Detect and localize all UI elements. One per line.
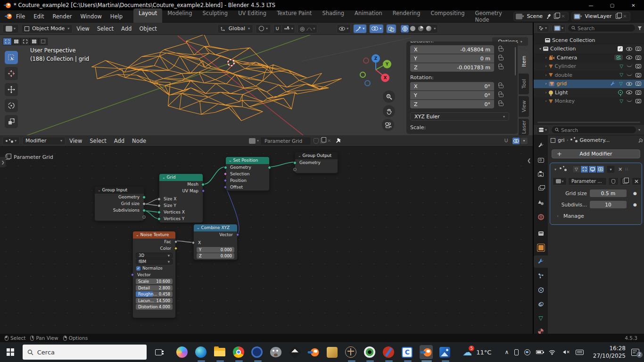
tab-layout[interactable]: Layout [133,8,162,25]
node-group-output-header[interactable]: ⌄ Group Output [295,152,338,159]
noise-type-dropdown[interactable]: fBM▾ [136,259,173,264]
tab-modifiers[interactable] [534,255,548,268]
minimize-button[interactable]: — [580,0,602,10]
select-mode-intersect[interactable] [39,38,48,45]
rotation-mode-dropdown[interactable]: XYZ Euler▾ [410,112,509,121]
pin-icon[interactable] [547,14,551,18]
toggle-realtime[interactable] [588,165,596,173]
editor-type-button[interactable]: ▾ [2,24,19,33]
select-mode-set[interactable] [3,38,12,45]
outliner-row-cylinder[interactable]: › ▼ Cylinder ▽ [534,62,644,71]
pivot-point-dropdown[interactable]: ▾ [256,24,271,33]
blender-menu-icon[interactable] [5,14,12,19]
render-visibility-icon[interactable] [636,73,641,77]
select-mode-extend[interactable] [12,38,21,45]
snap-increment-icon[interactable] [284,26,290,31]
modifier-drag-handle[interactable]: ⁞⁞ [625,167,628,172]
gizmo-axis-y-neg[interactable] [360,72,366,78]
taskbar-search[interactable]: Cerca [23,345,147,360]
shading-solid-button[interactable] [409,25,417,33]
gold-app-icon[interactable] [326,345,339,359]
menu-edit[interactable]: Edit [29,13,48,20]
lock-location-z-icon[interactable] [499,66,504,69]
light-data-icon[interactable] [618,90,623,95]
vp-menu-view[interactable]: View [73,25,93,32]
inkscape-icon[interactable] [288,345,301,359]
subdivisions-animate-dot[interactable]: ● [633,202,637,207]
grid-size-animate-dot[interactable]: ● [633,191,637,196]
render-visibility-icon[interactable] [636,47,641,51]
outliner-scrollbar[interactable] [537,122,640,123]
socket-row-size-x[interactable]: Size X [159,196,203,202]
copy-node-group-icon[interactable] [320,138,325,143]
tab-tool[interactable] [534,139,548,151]
socket-row-sp-position[interactable]: Position [226,177,269,184]
file-explorer-icon[interactable] [213,345,226,359]
gizmo-axis-z[interactable]: Z [372,54,380,63]
outliner-display-mode-button[interactable]: ▾ [552,24,566,33]
camera-view-button[interactable] [382,119,394,131]
tab-view-layer[interactable] [534,182,548,195]
tab-object[interactable] [534,241,548,254]
tab-world[interactable] [534,211,548,223]
tray-device-icon[interactable] [514,349,519,355]
node-combine-header[interactable]: ⌄ Combine XYZ [194,224,237,231]
noise-scale-slider[interactable]: Scale10.600 [136,279,173,284]
render-visibility-icon[interactable] [636,90,641,95]
red-blue-tool-icon[interactable] [382,345,395,359]
ne-menu-node[interactable]: Node [128,138,150,144]
toggle-render[interactable] [596,165,604,173]
tab-geometry-nodes[interactable]: Geometry Node [470,8,511,25]
socket-row-vertices-x[interactable]: Vertices X [159,209,203,215]
socket-row-vertices-y[interactable]: Vertices Y [159,215,203,222]
node-group-name[interactable]: Parameter ... [568,177,607,185]
tab-animation[interactable]: Animation [349,8,388,25]
toggle-show-cage[interactable]: ▽ [572,165,580,173]
n-panel-tab-item[interactable]: Item [519,51,529,72]
tab-compositing[interactable]: Compositing [425,8,470,25]
tab-modeling[interactable]: Modeling [162,8,197,25]
modifier-wrench-icon[interactable] [610,81,616,87]
tab-collection[interactable] [534,227,548,239]
n-panel-tab-laser[interactable]: Laser [519,119,529,135]
close-button[interactable]: ✕ [623,0,644,10]
outliner-row-grid[interactable]: › ▼ grid ▽ [534,80,644,89]
mode-dropdown[interactable]: Object Mode ▾ [21,24,73,33]
socket-row-noise-vector[interactable]: Vector [133,272,175,278]
gizmo-axis-x-neg[interactable] [363,58,369,64]
eye-icon[interactable] [626,90,632,94]
noise-dimensions-dropdown[interactable]: 3D▾ [136,253,173,258]
eye-icon[interactable] [626,82,632,86]
eye-icon[interactable] [626,47,632,51]
lock-location-x-icon[interactable] [499,48,504,51]
grid-size-value[interactable]: 0.5 m [590,189,627,197]
tab-output[interactable] [534,168,548,181]
shading-rendered-button[interactable] [425,25,433,33]
nodetree-data-icon[interactable]: ▽ [619,99,623,104]
blender-app-icon[interactable] [307,345,320,359]
vp-menu-add[interactable]: Add [117,25,135,32]
combine-y-field[interactable]: Y0.000 [197,247,234,253]
properties-search[interactable]: Search [551,126,636,134]
maximize-button[interactable]: ▢ [602,0,623,10]
tab-render[interactable] [534,154,548,166]
show-gizmo-toggle[interactable]: ▾ [353,24,367,33]
location-z-field[interactable]: Z-0.001783 m [410,63,494,72]
new-viewlayer-icon[interactable] [616,14,620,19]
ne-menu-add[interactable]: Add [110,138,128,144]
location-x-field[interactable]: X-0.45804 m [410,45,494,54]
outliner-row-monkey[interactable]: › ▼ Monkey ▽ [534,97,644,106]
blender-active-icon[interactable] [420,345,433,359]
unlink-node-group-button[interactable]: ✕ [632,177,641,185]
socket-row-size-y[interactable]: Size Y [159,202,203,209]
socket-row-color[interactable]: Color [133,245,175,252]
node-noise-header[interactable]: ⌄ Noise Texture [133,231,175,239]
lock-rotation-z-icon[interactable] [499,103,504,106]
breadcrumb-object[interactable]: gri [558,137,565,143]
socket-row-sp-offset[interactable]: Offset [226,184,269,190]
gizmo-axis-z-neg[interactable] [364,80,371,86]
modifier-close-icon[interactable]: ✕ [618,166,622,173]
node-editor-type-button[interactable]: ▾ [2,137,20,145]
combine-z-field[interactable]: Z0.000 [197,253,234,259]
tray-expand-chevron[interactable]: ∧ [504,349,509,355]
